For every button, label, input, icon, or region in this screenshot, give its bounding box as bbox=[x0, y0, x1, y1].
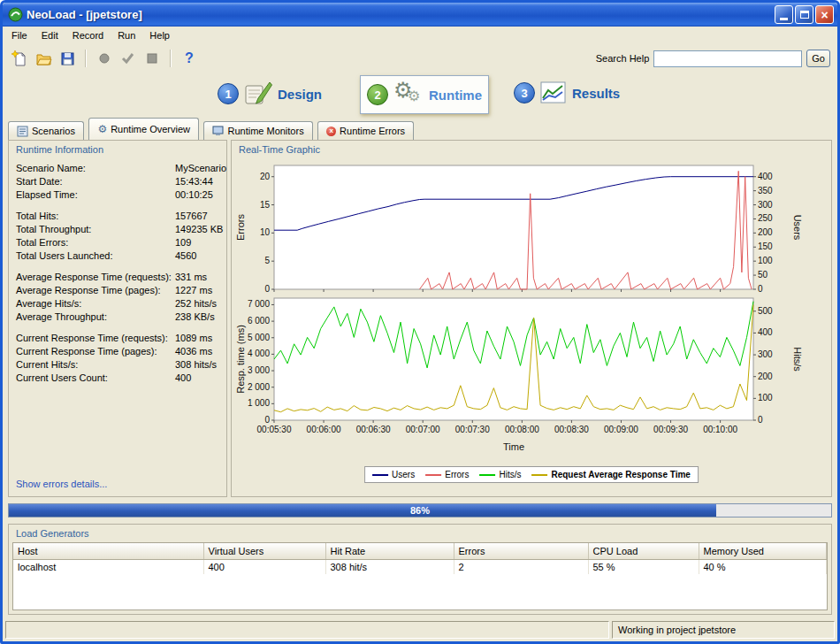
open-project-button[interactable] bbox=[34, 49, 53, 68]
info-value: 157667 bbox=[175, 210, 225, 223]
legend-item-hits: Hits/s bbox=[479, 470, 521, 479]
left-tick-label: 5 bbox=[264, 256, 270, 265]
menu-edit[interactable]: Edit bbox=[34, 28, 65, 42]
results-label: Results bbox=[572, 86, 620, 101]
right-tick-label: 400 bbox=[758, 172, 773, 181]
right-tick-label: 300 bbox=[758, 349, 773, 359]
tab-scenarios[interactable]: Scenarios bbox=[8, 121, 84, 140]
left-tick-label: 0 bbox=[264, 284, 270, 294]
stop-icon bbox=[144, 50, 160, 66]
minimize-icon bbox=[780, 18, 788, 20]
table-row[interactable]: localhost 400 308 hit/s 2 55 % 40 % bbox=[13, 559, 827, 574]
legend-item-users: Users bbox=[372, 470, 415, 479]
check-button[interactable] bbox=[118, 49, 138, 68]
left-axis-title: Resp. time (ms) bbox=[235, 325, 246, 394]
info-value: 149235 KB bbox=[175, 223, 225, 236]
tab-label: Runtime Errors bbox=[340, 126, 405, 136]
menu-help[interactable]: Help bbox=[142, 28, 177, 42]
status-cell-empty bbox=[5, 621, 609, 639]
left-tick-label: 10 bbox=[260, 227, 271, 237]
left-tick-label: 4 000 bbox=[248, 349, 270, 358]
tab-label: Scenarios bbox=[32, 126, 75, 136]
close-button[interactable]: × bbox=[815, 5, 834, 24]
left-tick-label: 2 000 bbox=[248, 382, 270, 392]
left-tick-label: 1 000 bbox=[248, 398, 270, 408]
column-header-virtual-users[interactable]: Virtual Users bbox=[203, 543, 325, 559]
column-header-host[interactable]: Host bbox=[13, 543, 203, 559]
x-tick-label: 00:08:00 bbox=[505, 425, 539, 434]
title-bar[interactable]: NeoLoad - [jpetstore] × bbox=[3, 3, 837, 27]
step-3-badge: 3 bbox=[514, 82, 535, 104]
workflow-steps: 1 Design 2 ⚙ ⚙ Runtime 3 Results bbox=[3, 73, 837, 117]
menu-file[interactable]: File bbox=[4, 28, 34, 42]
results-chart-icon bbox=[540, 81, 567, 104]
info-label: Current Hits/s: bbox=[16, 358, 175, 372]
right-tick-label: 350 bbox=[758, 186, 773, 196]
info-label: Total Errors: bbox=[16, 236, 175, 249]
cell-cpu-load: 55 % bbox=[588, 559, 699, 574]
x-tick-label: 00:05:30 bbox=[257, 425, 292, 434]
tab-runtime-monitors[interactable]: Runtime Monitors bbox=[203, 121, 312, 140]
errors-line-swatch bbox=[425, 474, 441, 476]
new-project-button[interactable] bbox=[10, 49, 29, 68]
step-design[interactable]: 1 Design bbox=[218, 81, 322, 106]
right-tick-label: 150 bbox=[758, 242, 773, 251]
left-tick-label: 0 bbox=[264, 415, 270, 425]
tab-runtime-errors[interactable]: x Runtime Errors bbox=[317, 121, 414, 140]
neoload-app-icon bbox=[8, 7, 23, 22]
neoload-window: NeoLoad - [jpetstore] × File Edit Record… bbox=[0, 0, 840, 644]
left-tick-label: 6 000 bbox=[248, 316, 270, 326]
help-button[interactable]: ? bbox=[179, 49, 199, 68]
check-icon bbox=[120, 50, 136, 66]
x-tick-label: 00:07:00 bbox=[406, 425, 440, 434]
scenario-progress-bar: 86% bbox=[8, 503, 832, 518]
search-help-input[interactable] bbox=[653, 50, 802, 67]
show-errors-details-link[interactable]: Show errors details... bbox=[16, 479, 107, 489]
table-header-row: Host Virtual Users Hit Rate Errors CPU L… bbox=[13, 543, 827, 559]
column-header-hit-rate[interactable]: Hit Rate bbox=[325, 543, 454, 559]
cell-memory-used: 40 % bbox=[699, 559, 827, 574]
menu-record[interactable]: Record bbox=[65, 28, 111, 42]
save-button[interactable] bbox=[57, 49, 77, 68]
chart-legend: Users Errors Hits/s Request Average Resp… bbox=[364, 466, 699, 483]
realtime-graphic-panel: Real-Time Graphic 0510152005010015020025… bbox=[231, 140, 832, 497]
toolbar-separator bbox=[170, 50, 172, 67]
step-results[interactable]: 3 Results bbox=[514, 81, 620, 104]
scenario-icon bbox=[17, 126, 28, 137]
right-axis-title: Hits/s bbox=[792, 347, 803, 372]
legend-label: Hits/s bbox=[499, 470, 521, 479]
runtime-information-title: Runtime Information bbox=[16, 144, 103, 155]
x-tick-label: 00:09:00 bbox=[604, 425, 638, 434]
tab-label: Runtime Monitors bbox=[227, 126, 303, 136]
info-row: Elapsed Time:00:10:25 bbox=[16, 188, 225, 202]
record-button[interactable] bbox=[95, 49, 114, 68]
legend-label: Users bbox=[392, 470, 415, 479]
response-time-line-swatch bbox=[531, 474, 547, 476]
step-runtime[interactable]: 2 ⚙ ⚙ Runtime bbox=[360, 75, 489, 114]
left-tick-label: 3 000 bbox=[248, 365, 270, 375]
new-document-icon bbox=[11, 50, 28, 67]
column-header-errors[interactable]: Errors bbox=[454, 543, 588, 559]
runtime-information-panel: Runtime Information Scenario Name:MyScen… bbox=[8, 140, 227, 497]
plot-area bbox=[274, 165, 753, 289]
go-button[interactable]: Go bbox=[806, 50, 830, 67]
tab-runtime-overview[interactable]: ⚙ Runtime Overview bbox=[88, 118, 199, 140]
left-axis-title: Errors bbox=[235, 214, 246, 241]
column-header-cpu-load[interactable]: CPU Load bbox=[588, 543, 699, 559]
menu-run[interactable]: Run bbox=[111, 28, 142, 42]
minimize-button[interactable] bbox=[775, 5, 793, 24]
right-tick-label: 50 bbox=[758, 270, 768, 280]
stop-button[interactable] bbox=[142, 49, 162, 68]
info-row: Total Hits:157667 bbox=[16, 210, 225, 223]
status-project-text: Working in project jpetstore bbox=[612, 621, 835, 639]
step-2-badge: 2 bbox=[367, 84, 388, 105]
info-label: Total Users Launched: bbox=[16, 249, 175, 263]
open-folder-icon bbox=[35, 50, 52, 67]
load-generators-title: Load Generators bbox=[16, 528, 89, 539]
search-help-label: Search Help bbox=[596, 53, 650, 64]
column-header-memory-used[interactable]: Memory Used bbox=[699, 543, 827, 559]
maximize-button[interactable] bbox=[795, 5, 813, 24]
load-generators-table: Host Virtual Users Hit Rate Errors CPU L… bbox=[13, 543, 827, 574]
info-label: Current Users Count: bbox=[16, 372, 175, 385]
left-tick-label: 20 bbox=[260, 172, 271, 181]
